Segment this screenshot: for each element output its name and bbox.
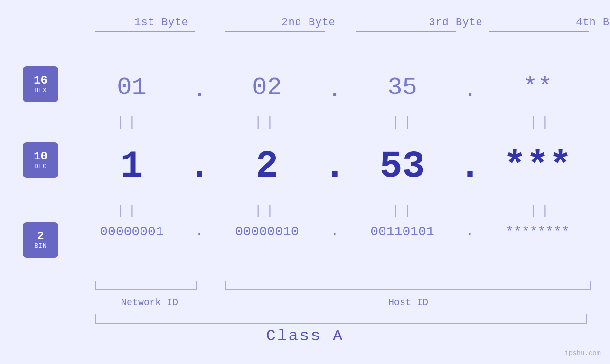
bracket-byte4 [489,31,589,32]
bracket-byte3 [356,31,456,32]
eq2: || [216,115,316,130]
badge-hex: 16 HEX [23,66,58,102]
dec-dot2: . [325,145,344,188]
eq4: || [491,115,591,130]
bin-row: 00000001 . 00000010 . 00110101 . *******… [74,224,596,239]
header-byte2: 2nd Byte [244,17,373,28]
equals-hex-dec: || || || || [74,115,596,130]
eq3: || [354,115,453,130]
dec-dot1: . [190,145,209,188]
hex-byte2: 02 [209,74,325,102]
badge-bin: 2 BIN [23,222,58,258]
eq8: || [491,203,591,218]
bracket-byte1 [95,31,195,32]
dec-row: 1 . 2 . 53 . *** [74,145,596,188]
bracket-host-id [225,281,591,290]
network-id-label: Network ID [112,297,188,308]
badge-bin-number: 2 [37,230,44,243]
dec-byte2: 2 [209,145,325,188]
bin-byte1: 00000001 [74,224,190,239]
hex-byte1: 01 [74,74,190,102]
dec-byte3: 53 [344,145,460,188]
badge-dec-label: DEC [34,163,47,170]
hex-byte3: 35 [344,74,460,102]
hex-byte4: ** [479,74,596,102]
bin-byte3: 00110101 [344,224,460,239]
badge-hex-number: 16 [34,75,47,87]
eq1: || [78,115,178,130]
bracket-byte2 [225,31,325,32]
badge-dec-number: 10 [34,150,47,163]
badge-bin-label: BIN [34,243,47,250]
byte-headers: 1st Byte 2nd Byte 3rd Byte 4th Byte [88,17,610,28]
bin-dot1: . [190,224,209,239]
eq5: || [78,203,178,218]
badge-hex-label: HEX [34,87,47,94]
hex-dot3: . [460,71,479,104]
host-id-label: Host ID [370,297,446,308]
bracket-class-a [95,314,587,324]
hex-row: 01 . 02 . 35 . ** [74,71,596,104]
bin-dot3: . [460,224,479,239]
eq7: || [354,203,453,218]
bin-byte4: ******** [479,224,596,239]
dec-dot3: . [460,145,479,188]
header-byte3: 3rd Byte [392,17,520,28]
hex-dot2: . [325,71,344,104]
watermark: ipshu.com [564,349,601,357]
dec-byte4: *** [479,145,596,188]
eq6: || [216,203,316,218]
header-byte1: 1st Byte [97,17,225,28]
hex-dot1: . [190,71,209,104]
dec-byte1: 1 [74,145,190,188]
main-container: 1st Byte 2nd Byte 3rd Byte 4th Byte 16 H… [0,0,610,364]
bracket-network-id [95,281,197,290]
header-byte4: 4th Byte [539,17,610,28]
bin-byte2: 00000010 [209,224,325,239]
class-a-label: Class A [266,327,344,345]
equals-dec-bin: || || || || [74,203,596,218]
bin-dot2: . [325,224,344,239]
badge-dec: 10 DEC [23,142,58,178]
